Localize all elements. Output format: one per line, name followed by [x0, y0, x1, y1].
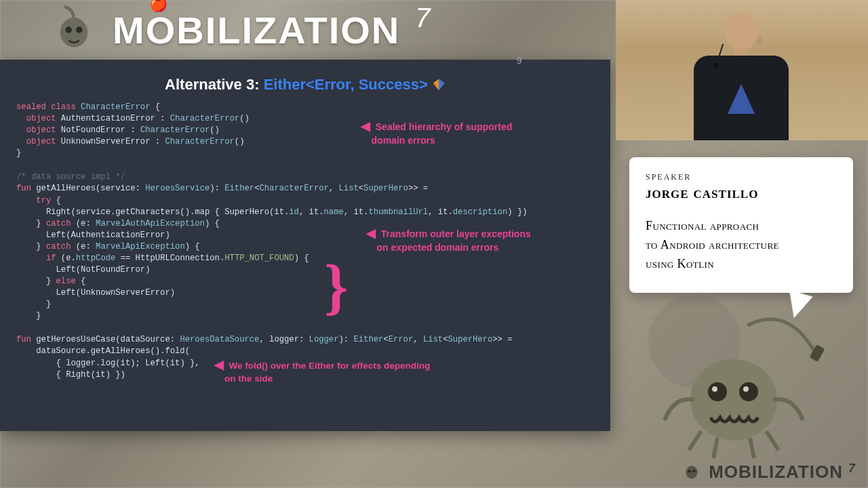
annotation-fold: ◀ We fold() over the Either for effects …: [214, 357, 430, 386]
slide-title-type: Either<Error, Success>: [264, 76, 428, 93]
annotation-fold-l2: on the side: [224, 373, 273, 384]
svg-point-1: [66, 26, 72, 33]
footer-banner: MOBILIZATION 7: [680, 460, 856, 483]
speaker-card: SPEAKER jorge castillo Functional approa…: [629, 157, 853, 293]
curly-brace-icon: }: [324, 265, 348, 308]
arrow-left-icon: ◀: [361, 119, 370, 133]
mascot-tiny-icon: [680, 460, 703, 483]
svg-point-10: [688, 470, 691, 472]
annotation-transform-l2: on expected domain errors: [377, 242, 499, 253]
speaker-name: jorge castillo: [646, 184, 837, 202]
annotation-sealed-l2: domain errors: [372, 135, 435, 146]
annotation-transform-l1: Transform outer layer exceptions: [381, 228, 531, 239]
svg-point-7: [712, 386, 717, 392]
mascot-small-icon: [47, 3, 100, 56]
talk-title: Functional approach to Android architect…: [646, 217, 837, 274]
conference-banner: 🍎 MOBILIZATION 7: [47, 3, 430, 56]
svg-point-5: [708, 382, 727, 401]
arrow-left-icon: ◀: [366, 226, 376, 240]
slide-number: 9: [517, 56, 522, 66]
speaker-figure: [690, 12, 792, 140]
footer-edition: 7: [848, 462, 856, 476]
annotation-sealed: ◀ Sealed hierarchy of supported domain e…: [361, 118, 512, 147]
svg-point-8: [743, 386, 749, 392]
banner-edition: 7: [415, 3, 430, 33]
talk-l3: using Kotlin: [646, 257, 714, 270]
talk-l1: Functional approach: [646, 219, 759, 232]
svg-point-11: [693, 470, 696, 472]
annotation-sealed-l1: Sealed hierarchy of supported: [376, 121, 513, 132]
annotation-fold-l1: We fold() over the Either for effects de…: [229, 361, 431, 371]
arrow-left-icon: ◀: [214, 358, 224, 371]
arrow-logo-icon: [432, 78, 446, 92]
svg-point-9: [686, 466, 698, 479]
speaker-label: SPEAKER: [646, 172, 837, 182]
talk-l2: to Android architecture: [646, 238, 779, 251]
footer-brand: MOBILIZATION: [709, 462, 843, 483]
speaker-camera: [616, 0, 868, 140]
banner-title: MOBILIZATION: [113, 8, 400, 52]
annotation-transform: ◀ Transform outer layer exceptions on ex…: [366, 225, 531, 254]
svg-point-4: [690, 359, 777, 441]
slide-title: Alternative 3: Either<Error, Success>: [16, 76, 594, 94]
apple-glyph-icon: 🍎: [149, 0, 167, 13]
slide-title-prefix: Alternative 3:: [165, 76, 259, 93]
svg-point-6: [739, 382, 758, 401]
svg-point-2: [76, 26, 82, 33]
presentation-slide: 9 Alternative 3: Either<Error, Success> …: [0, 60, 610, 431]
mascot-large-icon: [652, 312, 829, 461]
